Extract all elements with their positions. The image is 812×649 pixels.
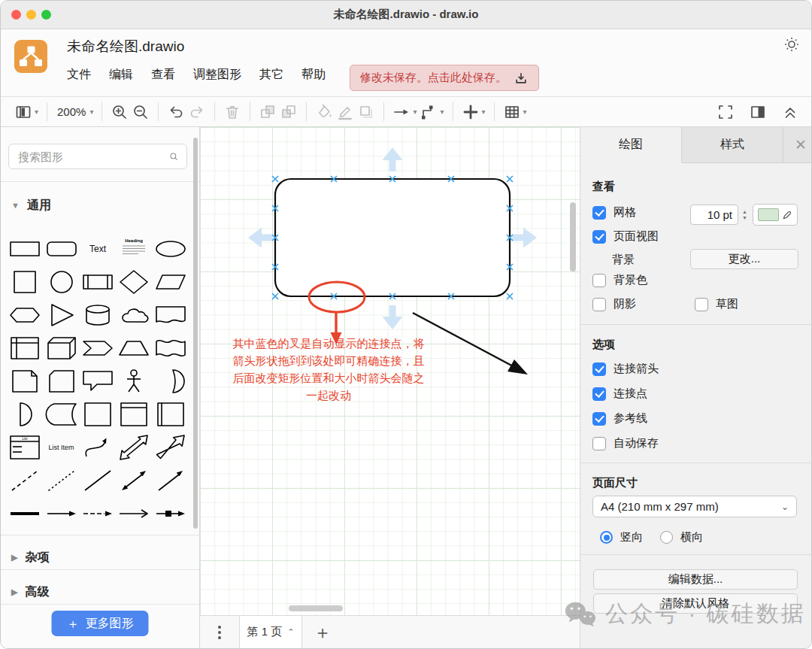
shape-double-arrow[interactable] xyxy=(116,464,152,497)
shape-hexagon[interactable] xyxy=(7,299,43,332)
drawing-canvas[interactable]: 其中蓝色的叉是自动显示的连接点，将箭头形状拖到到该处即可精确连接，且后面改变矩形… xyxy=(200,127,580,617)
shape-rectangle[interactable] xyxy=(7,232,43,265)
shape-circle[interactable] xyxy=(43,265,79,299)
page-view-checkbox[interactable] xyxy=(592,230,606,244)
edit-data-button[interactable]: 编辑数据... xyxy=(593,569,798,590)
shape-actor[interactable] xyxy=(116,365,152,398)
shape-trapezoid[interactable] xyxy=(116,332,152,365)
shape-cube[interactable] xyxy=(43,332,79,365)
search-input[interactable] xyxy=(17,150,169,164)
shape-data-storage[interactable] xyxy=(43,398,79,431)
background-color-checkbox[interactable] xyxy=(592,274,606,287)
menu-item-1[interactable]: 编辑 xyxy=(109,67,133,83)
menu-item-3[interactable]: 调整图形 xyxy=(193,67,241,83)
menu-item-5[interactable]: 帮助 xyxy=(301,67,326,83)
shape-process[interactable] xyxy=(80,265,116,299)
tab-diagram[interactable]: 绘图 xyxy=(580,127,682,163)
pages-menu-button[interactable] xyxy=(200,616,239,648)
page-size-select[interactable]: A4 (210 mm x 297 mm) ⌄ xyxy=(592,496,797,517)
shape-card[interactable] xyxy=(43,365,79,398)
format-panel-button[interactable] xyxy=(747,102,768,123)
shape-triangle[interactable] xyxy=(43,299,79,332)
shape-rounded-rectangle[interactable] xyxy=(43,232,79,265)
shape-line[interactable] xyxy=(80,464,116,497)
shape-text[interactable]: Text xyxy=(80,232,116,265)
sidebar-section-general[interactable]: ▼ 通用 xyxy=(1,189,199,222)
guides-checkbox[interactable] xyxy=(592,412,606,426)
theme-toggle-icon[interactable] xyxy=(783,35,801,56)
shape-arrow-shape[interactable] xyxy=(153,431,189,464)
grid-color-button[interactable] xyxy=(753,204,798,226)
unsaved-changes-button[interactable]: 修改未保存。点击此处保存。 xyxy=(350,65,539,91)
shape-and[interactable] xyxy=(7,398,43,431)
collapse-button[interactable] xyxy=(780,102,801,123)
more-shapes-button[interactable]: ＋ 更多图形 xyxy=(52,611,149,636)
tab-style[interactable]: 样式 xyxy=(682,127,783,162)
table-button[interactable]: ▾ xyxy=(501,102,529,123)
shape-arrow[interactable] xyxy=(153,464,189,497)
sidebar-scrollbar[interactable] xyxy=(193,138,198,529)
shape-square[interactable] xyxy=(7,265,43,299)
grid-checkbox[interactable] xyxy=(592,206,606,220)
close-icon[interactable]: ✕ xyxy=(795,136,807,153)
page-tab-1[interactable]: 第 1 页 ⌃ xyxy=(239,616,302,648)
waypoints-button[interactable]: ▾ xyxy=(418,102,445,123)
change-background-button[interactable]: 更改... xyxy=(690,249,798,269)
canvas-horizontal-scrollbar[interactable] xyxy=(289,605,343,611)
shape-internal-storage[interactable] xyxy=(7,332,43,365)
shape-open-edge[interactable] xyxy=(116,497,152,530)
shape-labeled-edge[interactable] xyxy=(153,497,189,530)
canvas-vertical-scrollbar[interactable] xyxy=(570,202,576,271)
shape-cloud[interactable] xyxy=(116,299,152,332)
undo-button[interactable] xyxy=(165,102,186,123)
clear-default-style-button[interactable]: 清除默认风格 xyxy=(593,593,798,614)
zoom-out-button[interactable] xyxy=(130,102,151,123)
zoom-level-button[interactable]: 200%▾ xyxy=(54,104,95,120)
shape-bidirectional-arrow[interactable] xyxy=(116,431,152,464)
shape-link[interactable] xyxy=(7,497,43,530)
shape-list[interactable]: List xyxy=(7,431,43,464)
shape-diamond[interactable] xyxy=(116,265,152,299)
shape-dashed-edge[interactable] xyxy=(80,497,116,530)
grid-size-stepper[interactable]: ▲▼ xyxy=(739,205,750,225)
menu-item-0[interactable]: 文件 xyxy=(67,67,91,83)
shape-container[interactable] xyxy=(80,398,116,431)
grid-size-input[interactable] xyxy=(690,205,738,225)
menu-item-4[interactable]: 其它 xyxy=(259,67,283,83)
selected-rounded-rectangle[interactable] xyxy=(275,179,510,296)
view-layout-button[interactable]: ▾ xyxy=(13,102,40,123)
insert-button[interactable]: ▾ xyxy=(460,102,487,123)
menu-item-2[interactable]: 查看 xyxy=(151,67,175,83)
shape-horizontal-container[interactable] xyxy=(153,398,189,431)
sketch-checkbox[interactable] xyxy=(695,298,708,311)
shape-parallelogram[interactable] xyxy=(153,265,189,299)
shape-dashed-line[interactable] xyxy=(7,464,43,497)
shape-or[interactable] xyxy=(153,365,189,398)
shape-callout[interactable] xyxy=(80,365,116,398)
shape-document[interactable] xyxy=(153,299,189,332)
connection-arrow-button[interactable]: ▾ xyxy=(391,102,418,123)
shape-curve[interactable] xyxy=(80,431,116,464)
shape-dotted-line[interactable] xyxy=(43,464,79,497)
shape-ellipse[interactable] xyxy=(153,232,189,265)
shape-textbox[interactable]: Heading xyxy=(116,232,152,265)
shape-vertical-container[interactable] xyxy=(116,398,152,431)
connection-arrows-checkbox[interactable] xyxy=(592,362,606,376)
fullscreen-button[interactable] xyxy=(715,102,736,123)
shape-tape[interactable] xyxy=(153,332,189,365)
document-title[interactable]: 未命名绘图.drawio xyxy=(67,37,184,56)
shape-edge[interactable] xyxy=(43,497,79,530)
shape-cylinder[interactable] xyxy=(80,299,116,332)
shape-note[interactable] xyxy=(7,365,43,398)
shape-list-item[interactable]: List Item xyxy=(43,431,79,464)
add-page-button[interactable]: ＋ xyxy=(302,616,343,648)
red-annotation-text[interactable]: 其中蓝色的叉是自动显示的连接点，将箭头形状拖到到该处即可精确连接，且后面改变矩形… xyxy=(226,335,431,404)
shadow-checkbox[interactable] xyxy=(592,298,606,311)
zoom-in-button[interactable] xyxy=(109,102,130,123)
landscape-radio[interactable] xyxy=(660,531,673,544)
portrait-radio[interactable] xyxy=(600,531,613,544)
shape-step[interactable] xyxy=(80,332,116,365)
autosave-checkbox[interactable] xyxy=(592,437,606,450)
connection-points-checkbox[interactable] xyxy=(592,387,606,401)
toolbar-separator xyxy=(102,102,102,121)
